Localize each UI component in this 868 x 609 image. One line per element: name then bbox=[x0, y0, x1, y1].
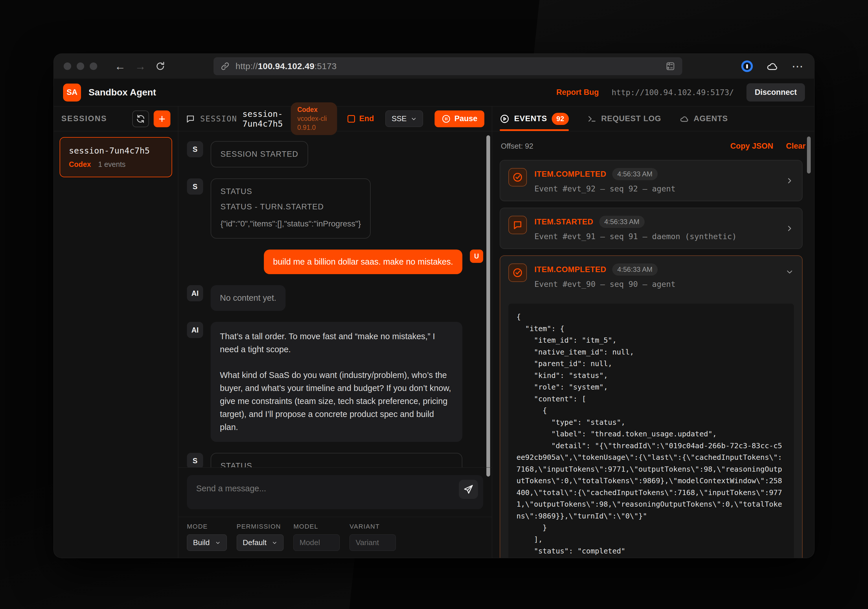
zoom-window-icon[interactable] bbox=[90, 62, 97, 70]
app-logo: SA bbox=[63, 83, 81, 102]
chat-bubble-icon bbox=[186, 114, 195, 124]
check-circle-icon bbox=[508, 168, 527, 187]
copy-json-button[interactable]: Copy JSON bbox=[730, 142, 773, 151]
user-message-bubble: build me a billion dollar saas. make no … bbox=[264, 250, 462, 274]
chat-scrollbar[interactable] bbox=[487, 135, 490, 476]
minimize-window-icon[interactable] bbox=[77, 62, 84, 70]
sessions-header: SESSIONS + bbox=[54, 107, 178, 131]
pause-circle-icon bbox=[442, 114, 451, 124]
event-card[interactable]: ITEM.STARTED 4:56:33 AM Event #evt_91 — … bbox=[500, 208, 803, 249]
ai-avatar: AI bbox=[187, 322, 203, 338]
browser-window: ← → http://100.94.102.49:5173 ⋯ SA Sandb… bbox=[54, 54, 814, 558]
send-button[interactable] bbox=[459, 480, 478, 499]
variant-label: VARIANT bbox=[350, 523, 396, 530]
reload-icon bbox=[155, 61, 166, 71]
session-list-item[interactable]: session-7un4c7h5 Codex 1 events bbox=[60, 137, 172, 177]
play-circle-icon bbox=[500, 114, 510, 124]
session-controls: MODE Build PERMISSION Default MODEL bbox=[178, 517, 492, 558]
terminal-icon bbox=[587, 114, 597, 124]
connected-url: http://100.94.102.49:5173/ bbox=[612, 88, 734, 97]
message-bubble: No content yet. bbox=[211, 285, 285, 311]
system-message: S SESSION STARTED bbox=[187, 141, 483, 167]
event-time: 4:56:33 AM bbox=[612, 168, 658, 180]
ai-message: AI No content yet. bbox=[187, 285, 483, 311]
chevron-down-icon bbox=[272, 540, 277, 546]
browser-chrome: ← → http://100.94.102.49:5173 ⋯ bbox=[54, 54, 814, 79]
check-circle-icon bbox=[508, 263, 527, 282]
forward-button[interactable]: → bbox=[130, 61, 150, 72]
disconnect-button[interactable]: Disconnect bbox=[747, 83, 805, 102]
refresh-sessions-button[interactable] bbox=[132, 110, 149, 127]
model-input[interactable] bbox=[293, 535, 340, 551]
cloud-icon bbox=[680, 114, 689, 124]
session-header: SESSION session-7un4c7h5 Codex vcodex-cl… bbox=[178, 107, 492, 131]
variant-input[interactable] bbox=[350, 535, 396, 551]
composer bbox=[178, 467, 492, 517]
tab-agents[interactable]: AGENTS bbox=[680, 107, 728, 131]
end-session-button[interactable]: End bbox=[347, 114, 374, 123]
mode-select[interactable]: Build bbox=[187, 535, 227, 551]
chevron-right-icon bbox=[785, 176, 794, 185]
sessions-title: SESSIONS bbox=[61, 114, 107, 123]
system-avatar: S bbox=[187, 453, 203, 467]
message-square-icon bbox=[508, 216, 527, 234]
close-window-icon[interactable] bbox=[64, 62, 71, 70]
agent-version-badge: Codex vcodex-cli 0.91.0 bbox=[291, 102, 337, 135]
report-bug-link[interactable]: Report Bug bbox=[556, 88, 599, 97]
reload-button[interactable] bbox=[150, 61, 170, 71]
event-time: 4:56:33 AM bbox=[612, 263, 658, 275]
clear-button[interactable]: Clear bbox=[786, 142, 806, 151]
message-input[interactable] bbox=[187, 475, 483, 509]
event-meta: Event #evt_91 — seq 91 — daemon (synthet… bbox=[535, 232, 778, 241]
app-header: SA Sandbox Agent Report Bug http://100.9… bbox=[54, 79, 814, 107]
sessions-sidebar: SESSIONS + session-7un4c7h5 Codex 1 even… bbox=[54, 107, 178, 558]
chevron-right-icon bbox=[785, 224, 794, 233]
mode-label: MODE bbox=[187, 523, 227, 530]
permission-label: PERMISSION bbox=[237, 523, 284, 530]
tab-groups-icon[interactable] bbox=[665, 61, 675, 71]
back-button[interactable]: ← bbox=[110, 61, 130, 72]
refresh-icon bbox=[136, 114, 146, 124]
system-message: S STATUS STATUS - THREAD.TOKEN_USAGE.UPD… bbox=[187, 453, 483, 467]
session-label: SESSION bbox=[200, 114, 237, 123]
url-bar[interactable]: http://100.94.102.49:5173 bbox=[214, 57, 682, 75]
session-event-count: 1 events bbox=[98, 160, 126, 168]
event-type: ITEM.COMPLETED bbox=[535, 170, 606, 179]
pause-button[interactable]: Pause bbox=[435, 110, 484, 127]
chat-transcript: S SESSION STARTED S STATUS STATUS - TURN… bbox=[178, 131, 492, 467]
message-bubble: STATUS STATUS - THREAD.TOKEN_USAGE.UPDAT… bbox=[211, 453, 462, 467]
events-count-badge: 92 bbox=[552, 113, 569, 125]
browser-menu-icon[interactable]: ⋯ bbox=[792, 60, 804, 73]
new-session-button[interactable]: + bbox=[153, 110, 170, 127]
event-meta: Event #evt_90 — seq 90 — agent bbox=[535, 280, 778, 289]
ai-message: AI That’s a tall order. To move fast and… bbox=[187, 322, 483, 442]
app-title: Sandbox Agent bbox=[88, 87, 156, 98]
events-scrollbar[interactable] bbox=[807, 136, 811, 173]
system-avatar: S bbox=[187, 178, 203, 195]
link-icon bbox=[220, 62, 230, 71]
cloud-download-icon[interactable] bbox=[766, 60, 778, 72]
password-manager-icon[interactable] bbox=[741, 60, 753, 72]
tab-events[interactable]: EVENTS 92 bbox=[500, 107, 569, 131]
transport-select[interactable]: SSE bbox=[385, 110, 423, 127]
message-bubble: That’s a tall order. To move fast and “m… bbox=[211, 322, 462, 442]
message-bubble: SESSION STARTED bbox=[211, 141, 308, 167]
url-text: http://100.94.102.49:5173 bbox=[236, 61, 337, 71]
chevron-down-icon bbox=[411, 116, 417, 122]
tab-request-log[interactable]: REQUEST LOG bbox=[587, 107, 662, 131]
event-card-expanded[interactable]: ITEM.COMPLETED 4:56:33 AM Event #evt_90 … bbox=[500, 255, 803, 558]
event-time: 4:56:33 AM bbox=[599, 216, 645, 228]
permission-select[interactable]: Default bbox=[237, 535, 284, 551]
event-card[interactable]: ITEM.COMPLETED 4:56:33 AM Event #evt_92 … bbox=[500, 160, 803, 201]
model-label: MODEL bbox=[293, 523, 340, 530]
offset-label: Offset: 92 bbox=[501, 142, 533, 151]
event-type: ITEM.STARTED bbox=[535, 218, 594, 226]
chrome-extensions: ⋯ bbox=[741, 60, 804, 73]
event-meta: Event #evt_92 — seq 92 — agent bbox=[535, 184, 778, 193]
session-agent-badge: Codex bbox=[69, 160, 91, 168]
traffic-lights bbox=[64, 62, 97, 70]
events-toolbar: Offset: 92 Copy JSON Clear bbox=[492, 131, 814, 153]
event-json-payload: { "item": { "item_id": "itm_5", "native_… bbox=[508, 304, 794, 558]
events-tabs: EVENTS 92 REQUEST LOG AGENTS bbox=[492, 107, 814, 131]
system-message: S STATUS STATUS - TURN.STARTED {"id":"0"… bbox=[187, 178, 483, 238]
